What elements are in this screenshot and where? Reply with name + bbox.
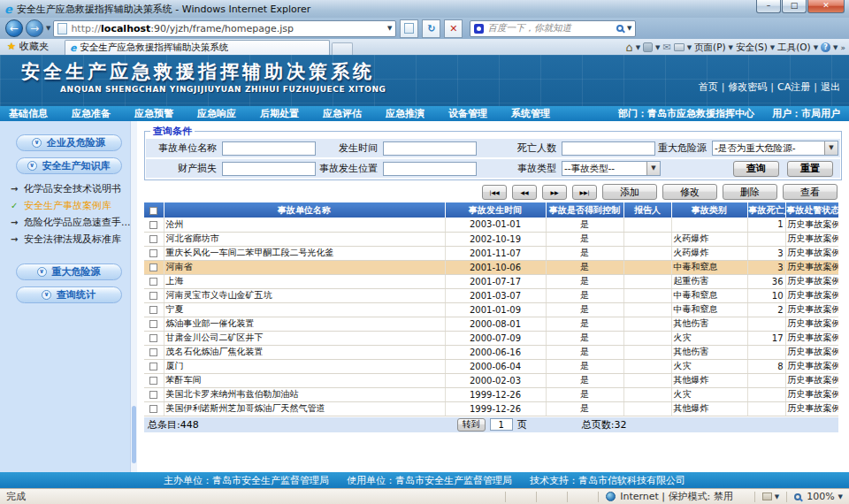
nav-item[interactable]: 设备管理 — [448, 107, 487, 120]
nav-item[interactable]: 应急评估 — [323, 107, 362, 120]
row-checkbox[interactable] — [149, 306, 157, 314]
forward-button[interactable]: → — [26, 19, 43, 37]
query-input[interactable] — [383, 141, 477, 156]
menu-s[interactable]: 安全(S) — [736, 42, 768, 54]
menu-p[interactable]: 页面(P) — [694, 42, 726, 54]
nav-item[interactable]: 系统管理 — [511, 107, 550, 120]
row-checkbox[interactable] — [149, 377, 157, 385]
refresh-button[interactable]: ↻ — [422, 19, 440, 38]
header-link[interactable]: 修改密码 — [728, 80, 767, 94]
row-checkbox[interactable] — [149, 263, 157, 271]
nav-item[interactable]: 应急响应 — [197, 107, 236, 120]
row-checkbox[interactable] — [149, 249, 157, 257]
minimize-button[interactable]: – — [756, 0, 781, 13]
nav-item[interactable]: 应急推演 — [386, 107, 424, 120]
history-dropdown-icon[interactable]: ▼ — [46, 25, 50, 32]
table-row[interactable]: 甘肃金川公司二矿区井下2000-07-09是火灾17历史事故案例 — [144, 331, 838, 345]
read-mail-icon[interactable]: ✉ — [662, 42, 670, 53]
status-dropdown-icon[interactable]: ▼ — [775, 493, 779, 500]
favorites-button[interactable]: ★ 收藏夹 — [4, 40, 56, 55]
search-dropdown-icon[interactable]: ▼ — [627, 25, 631, 32]
search-input[interactable]: 百度一下，你就知道 — [487, 22, 613, 34]
sidebar-group-button[interactable]: ∨重大危险源 — [16, 263, 122, 280]
row-checkbox[interactable] — [149, 334, 157, 342]
help-icon[interactable]: ? — [821, 42, 830, 52]
table-row[interactable]: 美国北卡罗来纳州韦兹伯勒加油站1999-12-26是火灾历史事故案例 — [144, 387, 838, 401]
home-icon[interactable]: ⌂ — [625, 41, 632, 54]
table-row[interactable]: 沧州2003-01-01是1历史事故案例 — [144, 218, 838, 232]
table-row[interactable]: 厦门2000-06-04是火灾8历史事故案例 — [144, 359, 838, 373]
table-row[interactable]: 苯酐车间2000-02-03是其他爆炸历史事故案例 — [144, 373, 838, 387]
header-link[interactable]: 首页 — [699, 80, 718, 94]
row-checkbox[interactable] — [149, 391, 157, 399]
row-checkbox[interactable] — [149, 235, 157, 243]
row-checkbox[interactable] — [149, 292, 157, 300]
delete-button[interactable]: 删除 — [723, 184, 777, 200]
row-checkbox[interactable] — [149, 221, 157, 229]
header-link[interactable]: CA注册 — [777, 80, 810, 94]
row-checkbox[interactable] — [149, 348, 157, 356]
address-input[interactable]: http://localhost:90/yjzh/frame/homepage.… — [53, 20, 396, 37]
prev-page-button[interactable]: ◀◀ — [512, 185, 537, 200]
last-page-button[interactable]: ▶▶| — [572, 185, 597, 200]
row-checkbox[interactable] — [149, 278, 157, 286]
query-select[interactable]: -是否为重大危险源-▼ — [712, 141, 838, 156]
search-button[interactable]: 查询 — [733, 161, 779, 177]
back-button[interactable]: ← — [5, 19, 23, 37]
feeds-dropdown-icon[interactable]: ▼ — [655, 44, 660, 51]
table-row[interactable]: 河北省廊坊市2002-10-19是火药爆炸历史事故案例 — [144, 232, 838, 246]
home-dropdown-icon[interactable]: ▼ — [636, 44, 640, 51]
table-row[interactable]: 上海2001-07-17是起重伤害36历史事故案例 — [144, 274, 838, 288]
chevron-down-icon[interactable]: ▼ — [646, 162, 660, 175]
reset-button[interactable]: 重置 — [787, 161, 833, 177]
nav-item[interactable]: 应急准备 — [72, 107, 111, 120]
menu-dropdown-icon[interactable]: ▼ — [814, 44, 818, 51]
first-page-button[interactable]: |◀◀ — [482, 185, 507, 200]
nav-item[interactable]: 后期处置 — [260, 107, 299, 120]
chevron-down-icon[interactable]: ▼ — [824, 141, 838, 155]
table-row[interactable]: 河南灵宝市义寺山金矿五坑2001-03-07是中毒和窒息10历史事故案例 — [144, 288, 838, 302]
add-button[interactable]: 添加 — [602, 184, 657, 200]
browser-tab[interactable]: e 安全生产应急救援指挥辅助决策系统 — [65, 40, 330, 55]
select-all-checkbox[interactable] — [149, 207, 157, 215]
protected-mode-icon[interactable] — [762, 493, 772, 500]
address-dropdown-icon[interactable]: ▼ — [387, 25, 392, 32]
sidebar-item[interactable]: ✓安全生产事故案例库 — [11, 197, 137, 214]
sidebar-item[interactable]: →危险化学品应急速查手... — [11, 214, 137, 231]
header-link[interactable]: 退出 — [821, 80, 840, 94]
nav-item[interactable]: 应急预警 — [134, 107, 173, 120]
table-row[interactable]: 茂名石化炼油厂焦化装置2000-06-16是其他伤害历史事故案例 — [144, 345, 838, 359]
query-input[interactable] — [222, 162, 316, 176]
sidebar-item[interactable]: →化学品安全技术说明书 — [11, 180, 137, 197]
sidebar-group-button[interactable]: ∨查询统计 — [16, 286, 122, 303]
menu-dropdown-icon[interactable]: ▼ — [729, 44, 733, 51]
stop-button[interactable]: ✕ — [444, 19, 463, 38]
close-button[interactable]: ✕ — [807, 0, 845, 13]
modify-button[interactable]: 修改 — [662, 184, 717, 200]
row-checkbox[interactable] — [149, 363, 157, 370]
query-select[interactable]: --事故类型--▼ — [562, 161, 661, 176]
zoom-dropdown-icon[interactable]: ▼ — [838, 493, 843, 500]
goto-button[interactable]: 转到 — [457, 418, 486, 431]
print-dropdown-icon[interactable]: ▼ — [687, 44, 692, 51]
sidebar-item[interactable]: →安全法律法规及标准库 — [11, 231, 137, 248]
page-input[interactable] — [490, 418, 513, 431]
row-checkbox[interactable] — [149, 405, 157, 413]
query-input[interactable] — [383, 162, 477, 176]
help-dropdown-icon[interactable]: ▼ — [833, 44, 838, 51]
print-icon[interactable] — [674, 43, 685, 51]
search-box[interactable]: 百度一下，你就知道 ▼ — [470, 20, 636, 37]
query-input[interactable] — [562, 141, 655, 156]
table-row[interactable]: 美国伊利诺斯州芝加哥炼油厂天然气管道1999-12-26是其他爆炸历史事故案例 — [144, 401, 838, 416]
table-row[interactable]: 河南省2001-10-06是中毒和窒息3历史事故案例 — [144, 260, 838, 274]
overflow-chevron-icon[interactable]: » — [840, 43, 845, 52]
table-row[interactable]: 重庆长风化一车间二苯甲酮工段二号光化釜2001-11-07是火药爆炸3历史事故案… — [144, 246, 838, 260]
query-input[interactable] — [222, 141, 316, 156]
next-page-button[interactable]: ▶▶ — [542, 185, 567, 200]
zoom-icon[interactable] — [794, 493, 801, 500]
table-row[interactable]: 宁夏2001-01-09是中毒和窒息2历史事故案例 — [144, 302, 838, 317]
maximize-button[interactable]: □ — [782, 0, 807, 13]
menu-o[interactable]: 工具(O) — [777, 42, 810, 54]
menu-dropdown-icon[interactable]: ▼ — [770, 44, 775, 51]
compatibility-view-button[interactable] — [400, 19, 418, 38]
